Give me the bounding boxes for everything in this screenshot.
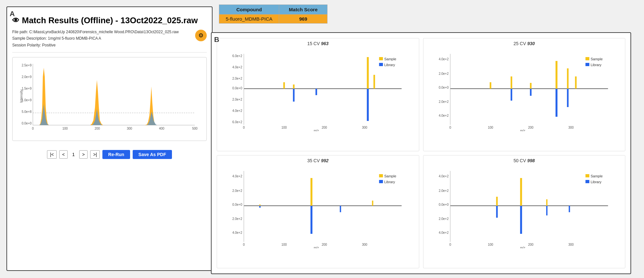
spectrum-title-50cv: 50 CV 998 [426, 158, 623, 163]
compound-header: Compound [219, 5, 279, 15]
spectrum-panel-15cv: 15 CV 963 6.0e+2 4.0e+2 2.0e+2 0.0e+0 2.… [217, 38, 419, 151]
svg-text:2.0e+2: 2.0e+2 [232, 189, 242, 193]
svg-text:0: 0 [449, 126, 451, 129]
svg-text:2.0e+2: 2.0e+2 [439, 100, 449, 104]
svg-text:2.0e+9: 2.0e+9 [22, 75, 32, 79]
svg-text:100: 100 [281, 243, 287, 246]
svg-text:2.5e+9: 2.5e+9 [22, 64, 32, 67]
svg-text:100: 100 [62, 127, 68, 130]
svg-text:0.0e+0: 0.0e+0 [22, 122, 32, 125]
spectrum-panel-25cv: 25 CV 930 4.0e+2 2.0e+2 0.0e+0 2.0e+2 4.… [423, 38, 626, 151]
spectrum-title-35cv: 35 CV 992 [220, 158, 416, 163]
file-path: File path: C:\MassLynxBackUp 240820\Fore… [12, 29, 207, 35]
svg-rect-70 [585, 57, 589, 60]
svg-text:2.0e+2: 2.0e+2 [232, 77, 242, 80]
panel-header: 👁 Match Results (Offline) - 13Oct2022_02… [12, 15, 207, 53]
first-page-button[interactable]: |< [47, 150, 57, 159]
chromatogram-container: 2.5e+9 2.0e+9 1.5e+9 1.0e+9 5.0e+8 0.0e+… [12, 57, 207, 141]
spectrum-chart-25cv: 4.0e+2 2.0e+2 0.0e+0 2.0e+2 4.0e+2 [426, 47, 623, 131]
svg-text:0.0e+0: 0.0e+0 [232, 203, 242, 206]
svg-text:m/z: m/z [520, 246, 525, 248]
svg-text:0.0e+0: 0.0e+0 [439, 86, 449, 89]
session-polarity: Session Polarity: Positive [12, 42, 207, 48]
svg-rect-44 [379, 57, 383, 60]
compound-row: 5-fluoro_MDMB-PICA 969 [219, 15, 327, 24]
svg-text:0: 0 [243, 243, 245, 246]
svg-rect-92 [379, 174, 383, 177]
svg-text:4.0e+2: 4.0e+2 [232, 174, 242, 178]
svg-text:0: 0 [449, 243, 451, 246]
spectrum-chart-35cv: 4.0e+2 2.0e+2 0.0e+0 2.0e+2 4.0e+2 0 100… [220, 164, 416, 248]
svg-rect-94 [379, 180, 383, 183]
panel-b: B 15 CV 963 6.0e+2 4.0e+2 2.0e+2 0.0e+0 … [211, 32, 631, 274]
svg-text:4.0e+2: 4.0e+2 [232, 231, 242, 234]
svg-text:6.0e+2: 6.0e+2 [232, 120, 242, 124]
file-info: File path: C:\MassLynxBackUp 240820\Fore… [12, 29, 207, 48]
svg-text:100: 100 [281, 126, 287, 129]
svg-text:300: 300 [362, 243, 367, 246]
svg-text:Library: Library [591, 63, 601, 67]
svg-text:Scan number: Scan number [103, 131, 124, 132]
save-pdf-button[interactable]: Save As PDF [133, 150, 172, 159]
compound-match-table: Compound Match Score 5-fluoro_MDMB-PICA … [219, 5, 327, 24]
svg-text:4.0e+2: 4.0e+2 [232, 109, 242, 113]
gear-icon: ⚙ [198, 32, 204, 39]
svg-text:Library: Library [384, 180, 395, 184]
svg-text:200: 200 [528, 126, 533, 129]
svg-text:2.0e+2: 2.0e+2 [232, 217, 242, 221]
compound-table-element: Compound Match Score 5-fluoro_MDMB-PICA … [219, 5, 327, 24]
svg-text:m/z: m/z [314, 129, 319, 131]
svg-text:4.0e+2: 4.0e+2 [439, 114, 449, 117]
svg-text:Sample: Sample [384, 57, 396, 61]
svg-text:200: 200 [528, 243, 533, 246]
main-container: A 👁 Match Results (Offline) - 13Oct2022_… [0, 0, 644, 278]
spectrum-panel-50cv: 50 CV 998 4.0e+2 2.0e+2 0.0e+0 2.0e+2 4.… [423, 155, 626, 268]
svg-text:200: 200 [322, 243, 327, 246]
chromatogram-chart: 2.5e+9 2.0e+9 1.5e+9 1.0e+9 5.0e+8 0.0e+… [16, 61, 203, 132]
spectrum-chart-15cv: 6.0e+2 4.0e+2 2.0e+2 0.0e+0 2.0e+2 4.0e+… [220, 47, 416, 131]
gear-button[interactable]: ⚙ [195, 30, 207, 41]
svg-text:Sample: Sample [591, 174, 602, 178]
svg-text:2.0e+2: 2.0e+2 [439, 189, 449, 193]
svg-text:400: 400 [159, 127, 165, 130]
svg-text:4.0e+2: 4.0e+2 [439, 174, 449, 178]
svg-rect-46 [379, 63, 383, 66]
svg-text:5.0e+8: 5.0e+8 [22, 110, 32, 114]
svg-text:4.0e+2: 4.0e+2 [439, 57, 449, 61]
svg-marker-13 [142, 86, 157, 125]
spectrum-chart-50cv: 4.0e+2 2.0e+2 0.0e+0 2.0e+2 4.0e+2 0 100 [426, 164, 623, 248]
svg-text:300: 300 [568, 126, 573, 129]
page-number: 1 [70, 152, 77, 157]
next-page-button[interactable]: > [79, 150, 88, 159]
svg-text:200: 200 [95, 127, 100, 130]
pagination-bar: |< < 1 > >| Re-Run Save As PDF [12, 146, 207, 159]
svg-text:500: 500 [192, 127, 198, 130]
svg-text:6.0e+2: 6.0e+2 [232, 54, 242, 58]
prev-page-button[interactable]: < [59, 150, 68, 159]
svg-text:0.0e+0: 0.0e+0 [439, 203, 449, 206]
last-page-button[interactable]: >| [90, 150, 100, 159]
svg-rect-117 [585, 180, 589, 183]
svg-text:200: 200 [322, 126, 327, 129]
svg-rect-72 [585, 63, 589, 66]
panel-title-text: Match Results (Offline) - 13Oct2022_025.… [22, 15, 198, 25]
panel-title: 👁 Match Results (Offline) - 13Oct2022_02… [12, 15, 207, 25]
spectrum-title-25cv: 25 CV 930 [426, 41, 623, 46]
svg-text:m/z: m/z [314, 246, 319, 248]
rerun-button[interactable]: Re-Run [102, 150, 130, 159]
spectrum-panel-35cv: 35 CV 992 4.0e+2 2.0e+2 0.0e+0 2.0e+2 4.… [217, 155, 419, 268]
svg-text:100: 100 [488, 126, 493, 129]
svg-text:Sample: Sample [591, 57, 602, 61]
svg-text:100: 100 [488, 243, 493, 246]
svg-text:Library: Library [591, 180, 601, 184]
spectrum-title-15cv: 15 CV 963 [220, 41, 416, 46]
svg-text:2.0e+2: 2.0e+2 [439, 217, 449, 221]
svg-text:0.0e+0: 0.0e+0 [232, 86, 242, 90]
panel-a-label: A [10, 10, 15, 18]
svg-text:4.0e+2: 4.0e+2 [439, 231, 449, 234]
svg-text:m/z: m/z [520, 129, 525, 131]
svg-text:300: 300 [568, 243, 573, 246]
svg-text:Intensity: Intensity [19, 89, 23, 103]
svg-text:0: 0 [32, 127, 34, 130]
match-score-header: Match Score [279, 5, 327, 15]
